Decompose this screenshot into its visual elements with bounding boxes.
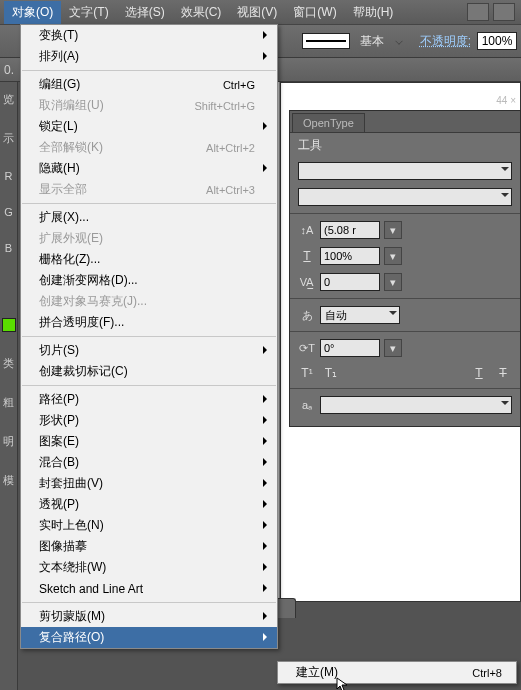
font-style-dropdown[interactable]: [298, 188, 512, 206]
bridge-icon[interactable]: [467, 3, 489, 21]
menu-shortcut: Alt+Ctrl+2: [206, 142, 255, 154]
submenu-item-label: 建立(M): [296, 664, 338, 681]
underline-icon[interactable]: T: [470, 365, 488, 381]
rotate-icon: ⟳T: [298, 339, 316, 357]
menu-item: 显示全部Alt+Ctrl+3: [21, 179, 277, 200]
menu-view[interactable]: 视图(V): [229, 1, 285, 24]
opacity-label[interactable]: 不透明度:: [420, 33, 471, 50]
menu-effect[interactable]: 效果(C): [173, 1, 230, 24]
menu-item-label: 变换(T): [39, 27, 78, 44]
menu-help[interactable]: 帮助(H): [345, 1, 402, 24]
submenu-arrow-icon: [263, 52, 271, 60]
stepper-icon[interactable]: ▾: [384, 339, 402, 357]
submenu-arrow-icon: [263, 500, 271, 508]
subscript-icon[interactable]: T₁: [322, 365, 340, 381]
menu-item[interactable]: 混合(B): [21, 452, 277, 473]
panel-flyout-close[interactable]: 44 ×: [496, 95, 516, 106]
menu-item-label: 图案(E): [39, 433, 79, 450]
left-label: 类: [3, 356, 14, 371]
menu-window[interactable]: 窗口(W): [285, 1, 344, 24]
tracking-field[interactable]: 0: [320, 273, 380, 291]
leading-field[interactable]: (5.08 r: [320, 221, 380, 239]
menu-separator: [22, 203, 276, 204]
menu-item-label: 扩展外观(E): [39, 230, 103, 247]
menu-select[interactable]: 选择(S): [117, 1, 173, 24]
auto-kern-icon: あ: [298, 306, 316, 324]
menu-item[interactable]: 剪切蒙版(M): [21, 606, 277, 627]
kerning-dropdown[interactable]: 自动: [320, 306, 400, 324]
menu-item-label: 形状(P): [39, 412, 79, 429]
menu-item-label: 显示全部: [39, 181, 87, 198]
menu-separator: [22, 70, 276, 71]
menu-item-label: 扩展(X)...: [39, 209, 89, 226]
character-panel: 44 × OpenType 工具 ↕A (5.08 r ▾ T 100% ▾ V…: [289, 110, 521, 427]
document-tab-text[interactable]: 0.: [4, 63, 14, 77]
menu-item-label: 栅格化(Z)...: [39, 251, 100, 268]
menu-item[interactable]: 隐藏(H): [21, 158, 277, 179]
stepper-icon[interactable]: ▾: [384, 247, 402, 265]
menu-item-label: 实时上色(N): [39, 517, 104, 534]
menu-item[interactable]: 创建渐变网格(D)...: [21, 270, 277, 291]
separator: [290, 388, 520, 389]
menu-object[interactable]: 对象(O): [4, 1, 61, 24]
menu-item[interactable]: 变换(T): [21, 25, 277, 46]
menu-item-label: 取消编组(U): [39, 97, 104, 114]
menu-item[interactable]: Sketch and Line Art: [21, 578, 277, 599]
tab-opentype[interactable]: OpenType: [292, 113, 365, 132]
menu-item: 创建对象马赛克(J)...: [21, 291, 277, 312]
menu-item[interactable]: 创建裁切标记(C): [21, 361, 277, 382]
fill-swatch[interactable]: [2, 318, 16, 332]
menu-item-label: 锁定(L): [39, 118, 78, 135]
brush-dropdown-icon[interactable]: [395, 37, 402, 44]
menu-item-label: 路径(P): [39, 391, 79, 408]
separator: [290, 331, 520, 332]
stepper-icon[interactable]: ▾: [384, 221, 402, 239]
menu-item-label: 复合路径(O): [39, 629, 104, 646]
menu-item[interactable]: 栅格化(Z)...: [21, 249, 277, 270]
menu-item[interactable]: 图像描摹: [21, 536, 277, 557]
strikethrough-icon[interactable]: T: [494, 365, 512, 381]
antialias-dropdown[interactable]: [320, 396, 512, 414]
menu-item[interactable]: 实时上色(N): [21, 515, 277, 536]
brush-basic-label[interactable]: 基本: [356, 33, 388, 50]
vscale-field[interactable]: 100%: [320, 247, 380, 265]
menu-item-label: 全部解锁(K): [39, 139, 103, 156]
arrange-docs-icon[interactable]: [493, 3, 515, 21]
submenu-arrow-icon: [263, 584, 271, 592]
menu-item[interactable]: 形状(P): [21, 410, 277, 431]
menu-item[interactable]: 排列(A): [21, 46, 277, 67]
vscale-icon: T: [298, 247, 316, 265]
menu-item[interactable]: 封套扭曲(V): [21, 473, 277, 494]
menu-item[interactable]: 路径(P): [21, 389, 277, 410]
superscript-icon[interactable]: T¹: [298, 365, 316, 381]
compound-path-submenu: 建立(M)Ctrl+8: [277, 661, 517, 684]
font-family-dropdown[interactable]: [298, 162, 512, 180]
submenu-arrow-icon: [263, 416, 271, 424]
menu-item[interactable]: 锁定(L): [21, 116, 277, 137]
menu-item[interactable]: 透视(P): [21, 494, 277, 515]
tools-label: 工具: [298, 137, 322, 154]
menu-item[interactable]: 拼合透明度(F)...: [21, 312, 277, 333]
menu-type[interactable]: 文字(T): [61, 1, 116, 24]
left-label: 示: [3, 131, 14, 146]
stroke-preview[interactable]: [302, 33, 350, 49]
menu-item[interactable]: 扩展(X)...: [21, 207, 277, 228]
menu-item[interactable]: 文本绕排(W): [21, 557, 277, 578]
menu-item-label: 创建裁切标记(C): [39, 363, 128, 380]
submenu-item[interactable]: 建立(M)Ctrl+8: [278, 662, 516, 683]
menu-item[interactable]: 复合路径(O): [21, 627, 277, 648]
menu-item[interactable]: 切片(S): [21, 340, 277, 361]
menu-item[interactable]: 编组(G)Ctrl+G: [21, 74, 277, 95]
menu-item: 全部解锁(K)Alt+Ctrl+2: [21, 137, 277, 158]
opacity-value[interactable]: 100%: [477, 32, 517, 50]
submenu-arrow-icon: [263, 122, 271, 130]
menu-item: 取消编组(U)Shift+Ctrl+G: [21, 95, 277, 116]
stepper-icon[interactable]: ▾: [384, 273, 402, 291]
submenu-arrow-icon: [263, 563, 271, 571]
menu-item[interactable]: 图案(E): [21, 431, 277, 452]
submenu-arrow-icon: [263, 612, 271, 620]
rotate-field[interactable]: 0°: [320, 339, 380, 357]
leading-icon: ↕A: [298, 221, 316, 239]
submenu-arrow-icon: [263, 31, 271, 39]
left-label: G: [4, 206, 13, 218]
